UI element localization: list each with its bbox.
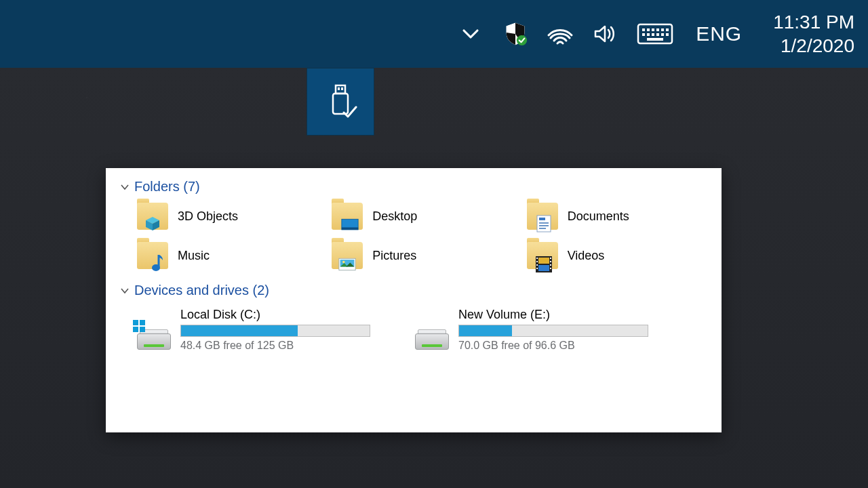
drive-name: Local Disk (C:) (180, 308, 395, 322)
svg-rect-20 (342, 227, 358, 229)
svg-rect-11 (656, 33, 659, 36)
svg-rect-5 (656, 28, 659, 31)
svg-rect-24 (539, 225, 549, 226)
folder-label: Pictures (372, 249, 416, 263)
svg-rect-10 (652, 33, 654, 36)
wifi-button[interactable] (547, 20, 574, 47)
svg-rect-18 (333, 94, 348, 114)
file-explorer-window: Folders (7) 3D Objects (106, 168, 722, 432)
folders-section-title: Folders (7) (134, 179, 200, 195)
svg-rect-4 (652, 28, 654, 31)
keyboard-icon (637, 22, 673, 46)
folder-icon (332, 242, 363, 269)
svg-rect-41 (133, 320, 138, 325)
shield-icon (502, 21, 528, 47)
folder-label: Music (178, 249, 210, 263)
svg-rect-34 (536, 261, 538, 262)
folder-music[interactable]: Music (137, 242, 318, 269)
folder-label: Videos (568, 249, 605, 263)
drive-free-text: 70.0 GB free of 96.6 GB (458, 340, 673, 352)
folders-section-header[interactable]: Folders (7) (119, 179, 708, 195)
svg-point-29 (342, 261, 344, 263)
svg-rect-40 (550, 268, 551, 269)
wifi-icon (547, 20, 574, 47)
drive-usage-bar (180, 325, 370, 337)
svg-rect-6 (661, 28, 664, 31)
music-note-icon (149, 253, 164, 272)
cube-icon (144, 216, 161, 232)
drive-new-volume-e[interactable]: New Volume (E:) 70.0 GB free of 96.6 GB (415, 308, 673, 352)
language-indicator[interactable]: ENG (692, 22, 746, 45)
svg-rect-9 (647, 33, 650, 36)
svg-rect-17 (341, 87, 343, 90)
svg-point-0 (517, 35, 527, 45)
chevron-down-icon (119, 285, 130, 296)
folder-label: 3D Objects (178, 209, 238, 224)
svg-rect-25 (539, 228, 546, 229)
svg-rect-42 (140, 320, 145, 325)
folder-pictures[interactable]: Pictures (332, 242, 513, 269)
drives-section-title: Devices and drives (2) (134, 283, 269, 298)
svg-rect-31 (538, 258, 549, 264)
svg-rect-3 (647, 28, 650, 31)
drive-usage-fill (459, 325, 512, 336)
folders-grid: 3D Objects Desktop (119, 199, 708, 281)
folder-label: Desktop (372, 209, 417, 224)
drive-usage-bar (458, 325, 648, 337)
folder-videos[interactable]: Videos (527, 242, 708, 269)
svg-rect-32 (538, 265, 549, 271)
svg-rect-7 (666, 28, 669, 31)
folder-label: Documents (568, 209, 629, 224)
svg-rect-2 (642, 28, 645, 31)
folder-desktop[interactable]: Desktop (332, 203, 513, 230)
windows-security-button[interactable] (502, 20, 529, 47)
svg-rect-39 (550, 264, 551, 266)
folder-icon (137, 242, 168, 269)
svg-rect-33 (536, 258, 538, 259)
drive-local-disk-c[interactable]: Local Disk (C:) 48.4 GB free of 125 GB (137, 308, 395, 352)
folder-documents[interactable]: Documents (527, 203, 708, 230)
svg-rect-44 (140, 327, 145, 332)
clock-time: 11:31 PM (773, 10, 854, 34)
svg-rect-36 (536, 268, 538, 269)
volume-button[interactable] (591, 20, 618, 47)
svg-point-26 (152, 264, 160, 271)
folder-icon (137, 203, 168, 230)
clock-button[interactable]: 11:31 PM 1/2/2020 (773, 10, 854, 58)
usb-eject-icon (323, 83, 357, 121)
svg-rect-15 (336, 85, 345, 94)
tray-overflow-button[interactable] (457, 20, 484, 47)
system-tray-bar: ENG 11:31 PM 1/2/2020 (0, 0, 868, 68)
drive-info: New Volume (E:) 70.0 GB free of 96.6 GB (458, 308, 673, 352)
filmstrip-icon (535, 256, 553, 273)
drive-name: New Volume (E:) (458, 308, 673, 322)
drives-grid: Local Disk (C:) 48.4 GB free of 125 GB N… (119, 302, 708, 352)
clock-date: 1/2/2020 (773, 34, 854, 58)
keyboard-button[interactable] (636, 20, 674, 47)
safely-remove-hardware-button[interactable] (307, 68, 374, 136)
picture-icon (338, 257, 356, 272)
volume-icon (591, 20, 618, 47)
svg-rect-22 (539, 218, 545, 220)
drive-icon (415, 323, 449, 350)
svg-rect-37 (550, 258, 551, 259)
svg-rect-16 (338, 87, 340, 90)
folder-icon (527, 203, 558, 230)
folder-icon (527, 242, 558, 269)
svg-rect-38 (550, 261, 551, 262)
folder-icon (332, 203, 363, 230)
desktop-icon (341, 218, 359, 232)
drive-info: Local Disk (C:) 48.4 GB free of 125 GB (180, 308, 395, 352)
svg-rect-14 (647, 38, 663, 41)
drive-usage-fill (181, 325, 298, 336)
svg-rect-43 (133, 327, 138, 332)
svg-rect-23 (539, 222, 549, 224)
tray-items: ENG 11:31 PM 1/2/2020 (457, 10, 854, 58)
svg-rect-35 (536, 264, 538, 266)
svg-rect-8 (642, 33, 645, 36)
folder-3d-objects[interactable]: 3D Objects (137, 203, 318, 230)
chevron-down-icon (119, 182, 130, 192)
windows-logo-icon (133, 320, 145, 332)
svg-rect-13 (666, 33, 669, 36)
drives-section-header[interactable]: Devices and drives (2) (119, 283, 708, 298)
